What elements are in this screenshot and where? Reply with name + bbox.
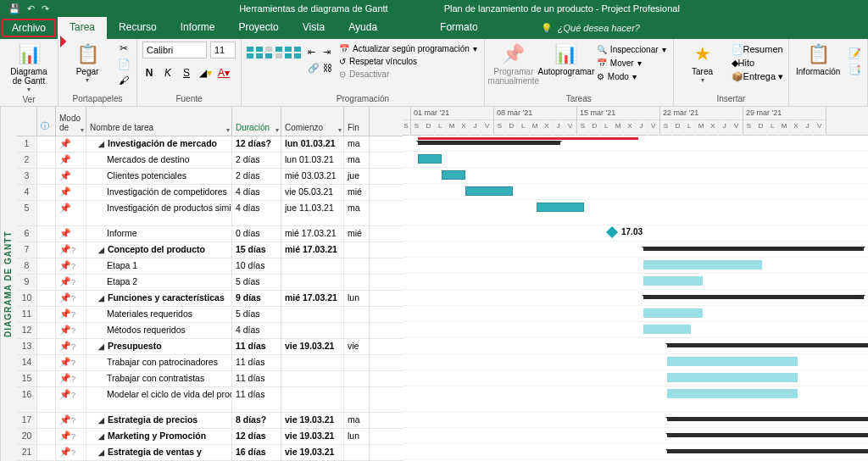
gantt-row[interactable] <box>403 444 868 460</box>
table-row[interactable]: 13📌?◢Presupuesto11 díasvie 19.03.21vie <box>17 339 403 355</box>
col-name[interactable]: Nombre de tarea▾ <box>86 107 232 136</box>
notes-icon[interactable]: 📝 <box>847 47 862 60</box>
ganttchart-button[interactable]: 📊 Diagrama de Gantt ▾ <box>5 42 53 93</box>
gantt-row[interactable] <box>403 306 868 322</box>
tab-resource[interactable]: Recurso <box>107 17 169 39</box>
paste-button[interactable]: 📋 Pegar ▾ <box>64 42 111 84</box>
gantt-row[interactable] <box>403 168 868 184</box>
gantt-chart[interactable]: S01 mar '21SDLMXJV08 mar '21SDLMXJV15 ma… <box>403 107 868 461</box>
table-row[interactable]: 12📌?Métodos requeridos4 días <box>17 323 403 339</box>
tab-report[interactable]: Informe <box>169 17 227 39</box>
gantt-row[interactable]: 17.03 <box>403 225 868 242</box>
table-row[interactable]: 5📌Investigación de productos similares4 … <box>17 201 403 226</box>
mode-button[interactable]: ⚙Modo ▾ <box>595 71 668 82</box>
gantt-row[interactable] <box>403 274 868 290</box>
respect-links-button[interactable]: ↺Respetar vínculos <box>337 56 479 67</box>
col-finish[interactable]: Fin <box>344 107 370 136</box>
indent-left-icon[interactable]: ⇤ <box>308 47 320 58</box>
gantt-bar[interactable] <box>667 433 868 437</box>
save-icon[interactable]: 💾 <box>8 3 20 14</box>
manual-schedule-button[interactable]: 📌 Programar manualmente <box>490 42 537 86</box>
table-row[interactable]: 20📌?◢Marketing y Promoción12 díasvie 19.… <box>17 429 403 445</box>
summary-button[interactable]: 📄Resumen <box>732 44 784 55</box>
gantt-bar[interactable] <box>667 449 868 453</box>
gantt-bar[interactable] <box>667 343 868 347</box>
gantt-row[interactable] <box>403 412 868 428</box>
deactivate-button[interactable]: ⊝Desactivar <box>337 69 479 80</box>
tellme-search[interactable]: 💡 ¿Qué desea hacer? <box>529 17 652 39</box>
gantt-row[interactable] <box>403 322 868 338</box>
gantt-row[interactable] <box>403 242 868 258</box>
link-icon[interactable]: 🔗 <box>308 63 320 74</box>
move-button[interactable]: 📅Mover ▾ <box>595 58 668 69</box>
fill-color-icon[interactable]: ◢▾ <box>198 67 212 79</box>
table-row[interactable]: 17📌?◢Estrategia de precios8 días?vie 19.… <box>17 413 403 429</box>
insert-task-button[interactable]: ★ Tarea ▾ <box>679 42 726 84</box>
gantt-bar[interactable] <box>643 325 691 334</box>
tab-file[interactable]: Archivo <box>2 19 56 37</box>
gantt-milestone[interactable] <box>606 226 618 238</box>
gantt-bar[interactable] <box>465 186 513 196</box>
tab-help[interactable]: Ayuda <box>337 17 389 39</box>
information-button[interactable]: 📋 Información <box>794 42 842 76</box>
cut-icon[interactable]: ✂ <box>116 42 131 55</box>
gantt-bar[interactable] <box>418 141 560 145</box>
table-row[interactable]: 10📌?◢Funciones y características9 díasmi… <box>17 291 403 307</box>
tab-format[interactable]: Formato <box>423 17 495 39</box>
table-row[interactable]: 1📌◢Investigación de mercado12 días?lun 0… <box>17 136 403 153</box>
gantt-row[interactable] <box>403 290 868 306</box>
font-name-select[interactable] <box>142 42 207 58</box>
col-duration[interactable]: Duración▾ <box>232 107 281 136</box>
percent-complete-buttons[interactable]: ⇤ 🔗 ⇥ ⛓ <box>247 42 332 74</box>
table-row[interactable]: 6📌Informe0 díasmié 17.03.21mié <box>17 226 403 242</box>
gantt-bar[interactable] <box>643 276 703 286</box>
gantt-bar[interactable] <box>643 260 762 269</box>
gantt-row[interactable] <box>403 338 868 354</box>
gantt-row[interactable] <box>403 386 868 412</box>
gantt-bar[interactable] <box>667 357 798 366</box>
table-row[interactable]: 7📌?◢Concepto del producto15 díasmié 17.0… <box>17 242 403 258</box>
col-start[interactable]: Comienzo▾ <box>281 107 344 136</box>
details-icon[interactable]: 📑 <box>847 63 862 76</box>
copy-icon[interactable]: 📄 <box>116 58 131 71</box>
tab-view[interactable]: Vista <box>291 17 337 39</box>
gantt-row[interactable] <box>403 370 868 386</box>
tab-task[interactable]: Tarea <box>58 17 107 39</box>
table-row[interactable]: 15📌?Trabajar con contratistas11 días <box>17 371 403 387</box>
deliverable-button[interactable]: 📦Entrega ▾ <box>732 71 784 82</box>
inspect-button[interactable]: 🔍Inspeccionar ▾ <box>595 44 668 55</box>
table-row[interactable]: 2📌Mercados de destino2 díaslun 01.03.21m… <box>17 153 403 169</box>
font-color-icon[interactable]: A▾ <box>217 67 231 79</box>
gantt-row[interactable] <box>403 152 868 168</box>
table-row[interactable]: 21📌?◢Estrategia de ventas y16 díasvie 19… <box>17 445 403 461</box>
gantt-row[interactable] <box>403 258 868 274</box>
gantt-row[interactable] <box>403 184 868 200</box>
gantt-bar[interactable] <box>643 247 864 251</box>
indent-right-icon[interactable]: ⇥ <box>323 47 332 58</box>
gantt-bar[interactable] <box>418 154 442 164</box>
table-row[interactable]: 9📌?Etapa 25 días <box>17 275 403 291</box>
unlink-icon[interactable]: ⛓ <box>323 63 332 73</box>
gantt-bar[interactable] <box>667 389 798 398</box>
gantt-bar[interactable] <box>643 308 703 318</box>
update-button[interactable]: 📅Actualizar según programación ▾ <box>337 43 479 54</box>
gantt-bar[interactable] <box>643 295 864 299</box>
view-label-sidebar[interactable]: DIAGRAMA DE GANTT <box>0 107 17 461</box>
table-row[interactable]: 4📌Investigación de competidores4 díasvie… <box>17 185 403 201</box>
col-info[interactable]: ⓘ <box>37 107 56 136</box>
gantt-row[interactable] <box>403 136 868 152</box>
gantt-bar[interactable] <box>667 373 798 382</box>
italic-button[interactable]: K <box>161 67 175 79</box>
undo-icon[interactable]: ↶ <box>27 3 35 14</box>
table-row[interactable]: 11📌?Materiales requeridos5 días <box>17 307 403 323</box>
tab-project[interactable]: Proyecto <box>226 17 290 39</box>
milestone-button[interactable]: ◆Hito <box>732 58 784 69</box>
gantt-row[interactable] <box>403 200 868 225</box>
font-size-select[interactable] <box>210 42 236 58</box>
gantt-row[interactable] <box>403 354 868 370</box>
col-rownum[interactable] <box>17 107 37 136</box>
gantt-bar[interactable] <box>537 203 584 212</box>
redo-icon[interactable]: ↷ <box>42 3 49 14</box>
auto-schedule-button[interactable]: 📊 Autoprogramar <box>542 42 590 76</box>
format-painter-icon[interactable]: 🖌 <box>116 74 131 87</box>
